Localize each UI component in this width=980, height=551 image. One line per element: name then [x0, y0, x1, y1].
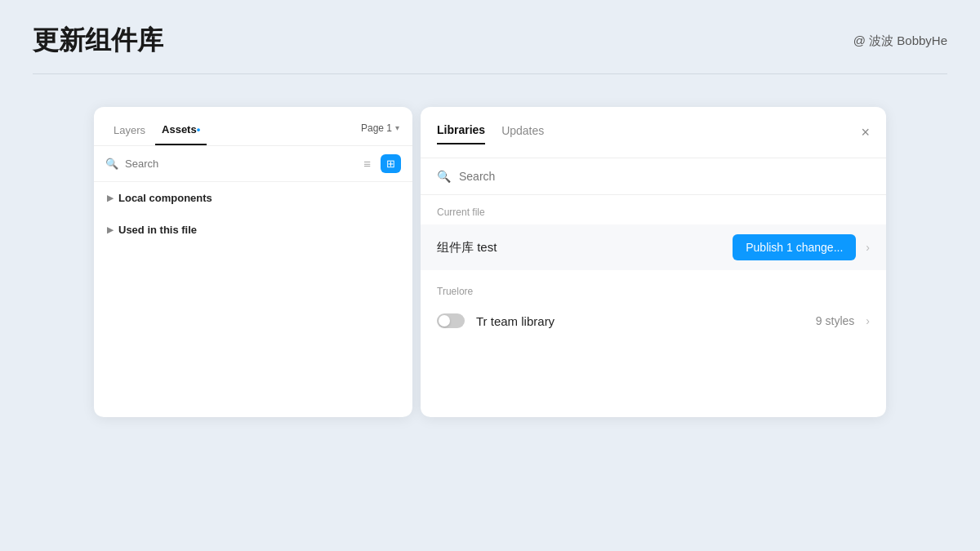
modal-search-input[interactable] [459, 170, 870, 183]
used-chevron-icon: ▶ [107, 225, 114, 234]
author-label: @ 波波 BobbyHe [853, 33, 947, 49]
main-content: Layers Assets• Page 1 ▾ 🔍 ≡ ⊞ ▶ Local co… [0, 82, 980, 442]
used-in-file-section[interactable]: ▶ Used in this file [94, 214, 412, 246]
search-icon: 🔍 [105, 158, 118, 170]
left-panel: Layers Assets• Page 1 ▾ 🔍 ≡ ⊞ ▶ Local co… [94, 107, 412, 417]
library-row: 组件库 test Publish 1 change... › [421, 224, 886, 270]
modal-search-icon: 🔍 [437, 170, 451, 183]
library-name: 组件库 test [437, 240, 723, 256]
publish-button[interactable]: Publish 1 change... [733, 234, 856, 260]
page-title: 更新组件库 [33, 23, 163, 59]
local-chevron-icon: ▶ [107, 193, 114, 202]
search-actions: ≡ ⊞ [360, 154, 401, 173]
local-components-section[interactable]: ▶ Local components [94, 182, 412, 214]
team-library-name: Tr team library [476, 314, 804, 328]
header-divider [33, 73, 947, 74]
panel-tabs-left: Layers Assets• [107, 118, 207, 145]
header: 更新组件库 @ 波波 BobbyHe [0, 0, 980, 59]
modal-header: Libraries Updates × [421, 107, 886, 158]
page-name: Page 1 [361, 122, 392, 134]
team-label: Truelore [421, 274, 886, 304]
tab-layers[interactable]: Layers [107, 119, 152, 144]
search-bar: 🔍 ≡ ⊞ [94, 146, 412, 182]
team-library-chevron-icon[interactable]: › [866, 314, 870, 327]
page-selector[interactable]: Page 1 ▾ [361, 122, 399, 142]
modal-search-bar: 🔍 [421, 158, 886, 195]
styles-count: 9 styles [816, 314, 854, 327]
tab-libraries[interactable]: Libraries [437, 120, 485, 144]
right-panel: Libraries Updates × 🔍 Current file 组件库 t… [421, 107, 886, 417]
page-chevron-icon: ▾ [395, 123, 399, 132]
team-library-row: Tr team library 9 styles › [421, 304, 886, 338]
grid-view-icon[interactable]: ⊞ [381, 154, 401, 173]
library-toggle[interactable] [437, 313, 465, 328]
list-view-icon[interactable]: ≡ [360, 155, 374, 172]
truelore-section: Truelore Tr team library 9 styles › [421, 271, 886, 338]
current-file-label: Current file [421, 195, 886, 224]
tab-assets-label: Assets [162, 123, 197, 136]
tab-updates[interactable]: Updates [501, 121, 544, 144]
search-input[interactable] [125, 158, 354, 170]
panel-tabs: Layers Assets• Page 1 ▾ [94, 107, 412, 146]
library-row-chevron-icon[interactable]: › [866, 241, 870, 254]
close-icon[interactable]: × [861, 125, 870, 140]
local-components-label: Local components [118, 192, 212, 204]
toggle-knob [439, 315, 450, 327]
tab-assets[interactable]: Assets• [155, 118, 207, 145]
used-in-file-label: Used in this file [118, 224, 197, 236]
assets-dot: • [197, 123, 201, 136]
